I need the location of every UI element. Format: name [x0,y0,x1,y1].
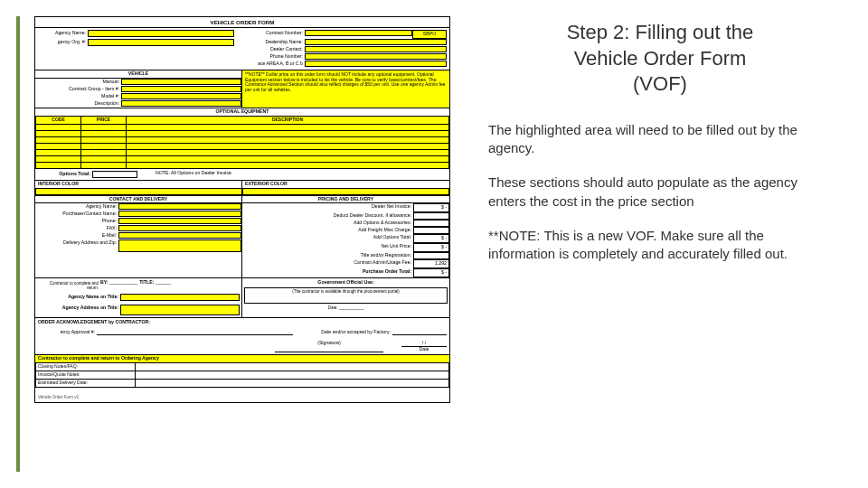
field-c-email [118,232,241,239]
field-model [121,93,241,99]
optional-header: OPTIONAL EQUIPMENT [35,108,449,116]
table-row [36,149,449,155]
lbl-sbpo: SBPO [412,30,447,39]
val-p6: $ - [413,243,449,252]
lbl-options-total: Options Total: [38,171,92,178]
field-c-purchaser [118,211,241,217]
field-c-phone [118,218,241,224]
lbl-c-delivery: Delivery Address and Zip: [35,239,118,252]
lbl-p4: Add Freight Misc Charge: [242,227,413,234]
field-agency-name [88,30,234,37]
vehicle-header: VEHICLE [35,70,241,79]
step-title-l1: Step 2: Filling out the [567,21,754,43]
lbl-agency-approve: ency Approval #: [38,329,97,336]
paragraph-1: The highlighted area will need to be fil… [488,121,832,158]
val-p2 [413,212,449,220]
lbl-approved-by: Date and/or accepted by Factory: [293,329,392,336]
lbl-by: BY: [100,279,108,285]
lbl-manual: Manual: [35,79,121,86]
col-price: PRICE [81,116,127,124]
field-area [305,61,447,67]
lbl-c-fax: FAX: [35,225,118,232]
table-row [36,124,449,130]
field-exterior-color [242,188,449,195]
lbl-phone: Phone Number: [234,53,305,61]
field-c-agency [118,203,241,210]
lbl-p3: Add Options & Accessories: [242,220,413,227]
table-row [36,136,449,143]
vof-sheet: VEHICLE ORDER FORM Agency Name: gency Or… [34,16,450,403]
step-title: Step 2: Filling out the Vehicle Order Fo… [488,20,832,98]
lbl-p1: Dealer Net Invoice: [242,203,413,212]
field-interior-color [35,188,242,195]
contractor-complete-bar: Contractor to complete and return to Ord… [35,355,449,362]
note-box: **NOTE** Dollar price on this order form… [242,70,449,108]
form-preview-panel: VEHICLE ORDER FORM Agency Name: gency Or… [0,0,479,488]
contractor-return-table: Closing Notes/FAQ: Invoice/Quote Notes: … [35,362,449,387]
field-description [121,100,241,107]
lbl-cr3: Estimated Delivery Date: [36,379,136,387]
paragraph-2: These sections should auto populate as t… [488,174,832,211]
lbl-dealership: Dealership Name: [234,39,305,46]
form-footer: Vehicle Order Form v2 [35,388,449,402]
paragraph-3: **NOTE: This is a new VOF. Make sure all… [488,227,832,264]
step-title-l2: Vehicle Order Form [574,47,747,70]
lbl-p9: Purchase Order Total: [242,268,413,277]
val-p4 [413,227,449,234]
form-title: VEHICLE ORDER FORM [35,17,449,27]
lbl-title: TITLE: [139,279,154,285]
lbl-area: ace AREA A, B or C b [234,61,305,68]
field-manual [121,79,241,85]
lbl-agency-name: Agency Name: [38,30,88,37]
val-p3 [413,220,449,227]
field-dealer-contact [305,46,447,52]
val-p9: $ - [413,268,449,277]
table-row [36,143,449,149]
step-title-l3: (VOF) [633,72,687,95]
exterior-color-label: EXTERIOR COLOR [242,181,449,188]
date-label: Date [401,346,447,352]
official-use-header: Government Official Use: [244,280,448,286]
lbl-contract-group: Contract Group - Item #: [35,86,121,93]
lbl-p6: Net Unit Price: [242,243,413,252]
optional-equipment-table: CODE PRICE DESCRIPTION [35,116,449,169]
pricing-header: PRICING AND DELIVERY [242,196,449,204]
lbl-contract-no: Contract Number: [234,30,305,39]
lbl-cr2: Invoice/Quote Notes: [36,371,136,380]
lbl-p8: Contract Admin/Usage Fee: [242,259,413,268]
lbl-agency-org: gency Org. #: [38,39,88,46]
table-row [36,162,449,168]
options-note: NOTE: All Options on Dealer Invoice [137,171,447,178]
signature-line: (Signature) [275,341,383,352]
field-c-fax [118,225,241,231]
lbl-agency-address: Agency Address on Title: [37,305,120,315]
lbl-c-phone: Phone: [35,218,118,225]
field-contract-no [305,30,412,36]
field-options-total [92,171,137,178]
accent-bar [16,16,20,472]
interior-color-label: INTERIOR COLOR [35,181,241,188]
lbl-p5: Add Options Total: [242,234,413,243]
lbl-c-agency: Agency Name: [35,203,118,211]
lbl-dealer-contact: Dealer Contact: [234,46,305,53]
col-description: DESCRIPTION [127,116,449,124]
order-ack-header: ORDER ACKNOWLEDGEMENT by CONTRACTOR: [35,318,449,327]
lbl-c-purchaser: Purchaser/Contact Name: [35,211,118,218]
val-p5: $ - [413,234,449,243]
val-p8: 1,292 [413,259,449,268]
table-row [36,130,449,136]
col-code: CODE [36,116,81,124]
table-row [36,155,449,162]
lbl-model: Model #: [35,93,121,100]
field-phone [305,53,447,60]
field-contract-group [121,86,241,92]
field-dealership [305,39,447,45]
lbl-description: Description: [35,100,121,108]
instruction-panel: Step 2: Filling out the Vehicle Order Fo… [479,0,868,488]
lbl-p2: Deduct Dealer Discount, if allowance: [242,212,413,220]
val-p7 [413,252,449,259]
val-p1: $ - [413,203,449,212]
contact-header: CONTACT AND DELIVERY [35,196,241,204]
lbl-c-email: E-Mail: [35,232,118,239]
field-agency-on-title [120,294,240,301]
